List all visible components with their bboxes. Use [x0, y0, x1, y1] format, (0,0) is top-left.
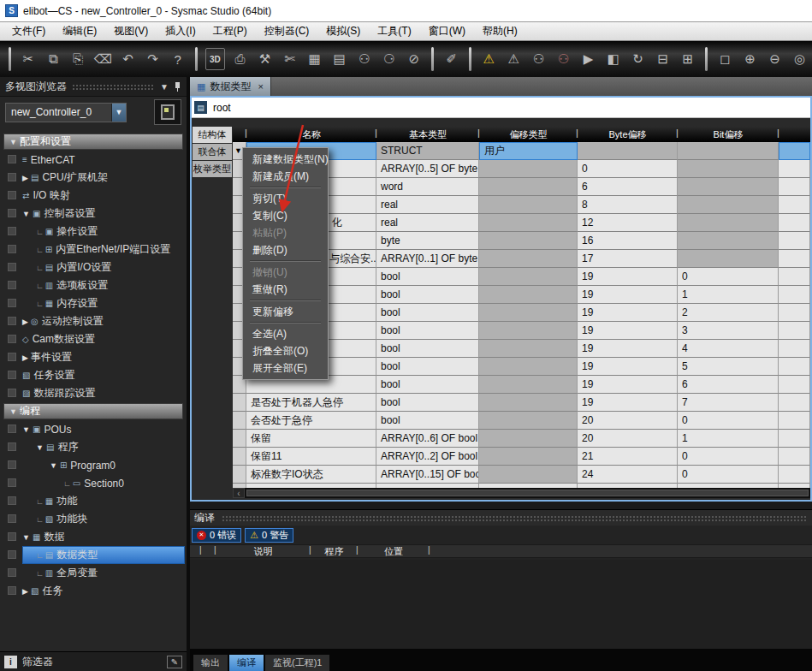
- paste-button[interactable]: ⎘: [68, 48, 88, 70]
- extra-cell[interactable]: [779, 178, 810, 196]
- extra-cell[interactable]: [779, 376, 810, 394]
- byte-offset-cell[interactable]: 19: [578, 268, 678, 286]
- menu-item-h[interactable]: 帮助(H): [474, 22, 526, 40]
- context-menu-item-复制(C)[interactable]: 复制(C): [243, 207, 328, 224]
- offset-type-cell[interactable]: [479, 430, 578, 448]
- base-type-cell[interactable]: bool: [376, 286, 479, 304]
- dropdown-arrow-icon[interactable]: ▼: [111, 104, 126, 122]
- bit-offset-cell[interactable]: 3: [678, 322, 779, 340]
- context-menu-item-展开全部(E)[interactable]: 展开全部(E): [243, 359, 328, 377]
- bit-offset-cell[interactable]: 4: [678, 340, 779, 358]
- base-type-cell[interactable]: bool: [376, 412, 479, 430]
- filter-bar[interactable]: i 筛选器 ✎: [0, 651, 187, 671]
- sidebar-item-控制器设置[interactable]: ▼▣控制器设置: [0, 205, 187, 223]
- menu-item-s[interactable]: 模拟(S): [317, 22, 369, 40]
- step-button[interactable]: ◧: [603, 48, 623, 70]
- undo-button[interactable]: ↶: [118, 48, 138, 70]
- base-type-cell[interactable]: byte: [376, 232, 479, 250]
- chevron-down-icon[interactable]: ▼: [160, 82, 169, 92]
- bit-offset-cell[interactable]: 7: [678, 394, 779, 412]
- tree-section-编程[interactable]: ▼编程: [0, 402, 187, 420]
- bit-offset-cell[interactable]: 0: [678, 268, 779, 286]
- scroll-left-icon[interactable]: ‹: [233, 488, 245, 498]
- menu-item-f[interactable]: 文件(F): [3, 22, 54, 40]
- redo-button[interactable]: ↷: [143, 48, 163, 70]
- extra-cell[interactable]: [779, 304, 810, 322]
- sidebar-item-运动控制设置[interactable]: ▶◎运动控制设置: [0, 312, 187, 330]
- menu-item-i[interactable]: 插入(I): [157, 22, 204, 40]
- transfer-to-controller-button[interactable]: ⊟: [653, 48, 673, 70]
- extra-cell[interactable]: [779, 286, 810, 304]
- base-type-cell[interactable]: bool: [376, 322, 479, 340]
- context-menu-item-删除(D)[interactable]: 删除(D): [243, 241, 328, 258]
- context-menu-item-全选(A)[interactable]: 全选(A): [243, 325, 328, 342]
- base-type-cell[interactable]: ARRAY[0..15] OF bool: [376, 466, 479, 484]
- base-type-cell[interactable]: ARRAY[0..2] OF bool: [376, 448, 479, 466]
- triangle-right-icon[interactable]: ▶: [22, 353, 28, 362]
- table-row[interactable]: 是否处于机器人急停bool197: [233, 394, 810, 412]
- extra-cell[interactable]: [779, 448, 810, 466]
- pin-icon[interactable]: [174, 82, 181, 92]
- sidebar-item-数据[interactable]: ▼▦数据: [0, 528, 187, 546]
- menu-item-p[interactable]: 工程(P): [204, 22, 256, 40]
- help-button[interactable]: ?: [168, 48, 187, 70]
- offset-type-cell[interactable]: [479, 232, 578, 250]
- offset-type-cell[interactable]: [479, 214, 578, 232]
- watch-window-button[interactable]: ⚇: [354, 48, 374, 70]
- offset-type-cell[interactable]: [479, 466, 578, 484]
- side-tab-枚举类型[interactable]: 枚举类型: [193, 161, 232, 177]
- bit-offset-cell[interactable]: 0: [678, 448, 779, 466]
- offset-type-cell[interactable]: [479, 178, 578, 196]
- offset-type-cell[interactable]: [479, 412, 578, 430]
- sidebar-item-数据跟踪设置[interactable]: ▨数据跟踪设置: [0, 384, 187, 402]
- print-button[interactable]: ⎙: [230, 48, 250, 70]
- offset-type-cell[interactable]: [479, 358, 578, 376]
- extra-cell[interactable]: [779, 340, 810, 358]
- context-menu-item-新建数据类型(N)[interactable]: 新建数据类型(N): [243, 151, 328, 168]
- name-cell[interactable]: 标准数字IO状态: [246, 466, 376, 484]
- byte-offset-cell[interactable]: 20: [578, 412, 678, 430]
- monitor-stop-button[interactable]: ⚇: [554, 48, 573, 70]
- base-type-cell[interactable]: bool: [376, 394, 479, 412]
- extra-cell[interactable]: [779, 394, 810, 412]
- sidebar-item-功能块[interactable]: ∟▧功能块: [0, 510, 187, 528]
- scrollbar-thumb[interactable]: [246, 490, 809, 496]
- bit-offset-cell[interactable]: 1: [678, 430, 779, 448]
- triangle-down-icon[interactable]: ▼: [22, 425, 30, 434]
- extra-cell[interactable]: [779, 250, 810, 268]
- delete-button[interactable]: ⌫: [93, 48, 113, 70]
- triangle-down-icon[interactable]: ▼: [50, 461, 57, 470]
- copy-button[interactable]: ⧉: [44, 48, 63, 70]
- bit-offset-cell[interactable]: 1: [678, 286, 779, 304]
- run-button[interactable]: ▶: [578, 48, 598, 70]
- split-editor-button[interactable]: ✄: [280, 48, 299, 70]
- sidebar-item-事件设置[interactable]: ▶事件设置: [0, 348, 187, 366]
- context-menu-item-重做(R)[interactable]: 重做(R): [243, 281, 328, 298]
- byte-offset-cell[interactable]: 19: [578, 286, 678, 304]
- bottom-tab-编译[interactable]: 编译: [229, 655, 264, 671]
- synchronize-button[interactable]: ↻: [628, 48, 648, 70]
- byte-offset-cell[interactable]: 17: [578, 250, 678, 268]
- extra-cell[interactable]: [779, 430, 810, 448]
- transfer-from-controller-button[interactable]: ⊞: [678, 48, 697, 70]
- sidebar-item-I/O 映射[interactable]: ⇄I/O 映射: [0, 187, 187, 205]
- base-type-cell[interactable]: bool: [376, 268, 479, 286]
- variable-table-button[interactable]: ▦: [305, 48, 324, 70]
- offset-type-cell[interactable]: [479, 448, 578, 466]
- bit-offset-cell[interactable]: [678, 196, 779, 214]
- offset-type-cell[interactable]: [479, 322, 578, 340]
- zoom-in-button[interactable]: ⊕: [740, 48, 760, 70]
- edit-mode-button[interactable]: ✐: [442, 48, 461, 70]
- tab-data-types[interactable]: ▦ 数据类型 ×: [190, 77, 271, 96]
- 3d-view-button[interactable]: 3D: [205, 48, 225, 70]
- offset-type-cell[interactable]: [479, 304, 578, 322]
- bottom-tab-输出[interactable]: 输出: [193, 655, 228, 671]
- base-type-cell[interactable]: bool: [376, 376, 479, 394]
- menu-item-v[interactable]: 视图(V): [105, 22, 157, 40]
- extra-cell[interactable]: [779, 268, 810, 286]
- menu-item-w[interactable]: 窗口(W): [420, 22, 474, 40]
- byte-offset-cell[interactable]: 19: [578, 376, 678, 394]
- bit-offset-cell[interactable]: 6: [678, 376, 779, 394]
- table-row[interactable]: 标准数字IO状态ARRAY[0..15] OF bool240: [233, 466, 810, 484]
- extra-cell[interactable]: [779, 214, 810, 232]
